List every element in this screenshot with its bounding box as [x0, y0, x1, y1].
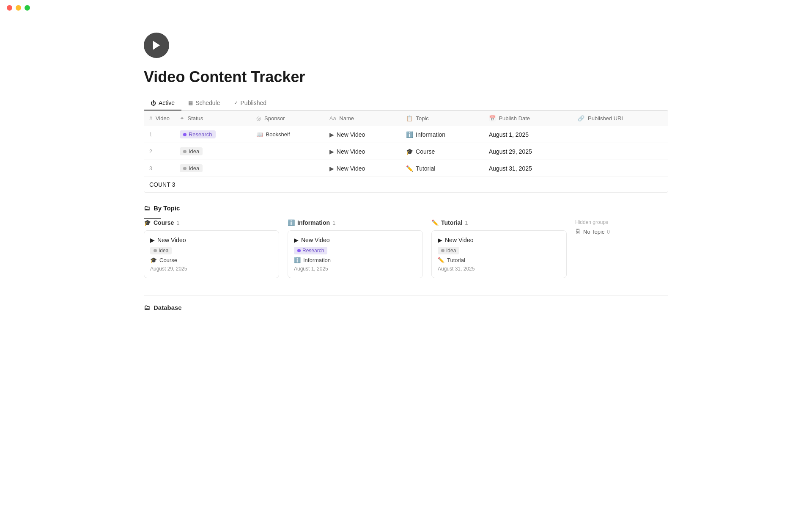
- tab-schedule[interactable]: ▦ Schedule: [181, 96, 227, 110]
- col-published-url: 🔗 Published URL: [573, 111, 668, 126]
- column-header-tutorial: ✏️ Tutorial 1: [431, 219, 567, 226]
- card-status-badge: Idea: [438, 247, 459, 254]
- schedule-tab-icon: ▦: [188, 100, 193, 106]
- table-row: 1 Research 📖 Bookshelf: [144, 126, 668, 143]
- play-circle-icon: ▶: [329, 148, 334, 155]
- card-play-icon: ▶: [294, 237, 299, 243]
- sparkle-icon: ✦: [180, 115, 184, 121]
- row-number: 1: [144, 126, 175, 143]
- topic-cell: 🎓 Course: [401, 143, 484, 160]
- play-icon: [151, 39, 162, 51]
- main-content: Video Content Tracker ⏻ Active ▦ Schedul…: [110, 16, 702, 337]
- close-button[interactable]: [7, 5, 12, 11]
- no-topic-icon: 🗄: [575, 229, 581, 235]
- card-play-icon: ▶: [150, 237, 155, 243]
- dot-icon: [183, 167, 187, 170]
- col-topic: 📋 Topic: [401, 111, 484, 126]
- published-tab-label: Published: [241, 99, 267, 106]
- active-tab-icon: ⏻: [151, 100, 156, 106]
- col-video: # Video: [144, 111, 175, 126]
- col-sponsor: ◎ Sponsor: [251, 111, 324, 126]
- tab-bar: ⏻ Active ▦ Schedule ✓ Published: [144, 96, 668, 110]
- text-icon: Aa: [329, 115, 336, 121]
- row-number: 3: [144, 160, 175, 177]
- count-row: COUNT 3: [144, 177, 668, 193]
- calendar-icon: 📅: [489, 115, 496, 121]
- kanban-card[interactable]: ▶ New Video Idea 🎓 Course August 29, 202…: [144, 230, 279, 278]
- info-col-icon: ℹ️: [288, 219, 295, 226]
- card-video-name: ▶ New Video: [438, 237, 560, 243]
- topic-value: 🎓 Course: [406, 148, 479, 155]
- database-section: 🗂 Database: [144, 295, 668, 311]
- hidden-group-item: 🗄 No Topic 0: [575, 229, 668, 235]
- page-title: Video Content Tracker: [144, 68, 668, 86]
- status-cell: Research: [175, 126, 252, 143]
- url-cell: [573, 126, 668, 143]
- card-topic-icon: ✏️: [438, 257, 444, 263]
- published-tab-icon: ✓: [234, 100, 238, 106]
- url-cell: [573, 160, 668, 177]
- topic-cell: ✏️ Tutorial: [401, 160, 484, 177]
- maximize-button[interactable]: [25, 5, 30, 11]
- kanban-card[interactable]: ▶ New Video Idea ✏️ Tutorial August 31, …: [431, 230, 567, 278]
- minimize-button[interactable]: [16, 5, 21, 11]
- tab-active[interactable]: ⏻ Active: [144, 96, 181, 110]
- dot-icon: [154, 249, 157, 252]
- sponsor-cell: [251, 143, 324, 160]
- publish-date-cell: August 31, 2025: [484, 160, 573, 177]
- status-badge: Idea: [180, 147, 203, 155]
- stack-icon: 🗂: [144, 204, 150, 212]
- card-play-icon: ▶: [438, 237, 442, 243]
- card-date: August 31, 2025: [438, 266, 560, 272]
- count-cell: COUNT 3: [144, 177, 668, 193]
- svg-marker-0: [153, 41, 160, 50]
- column-header-course: 🎓 Course 1: [144, 219, 279, 226]
- topic-value: ✏️ Tutorial: [406, 165, 479, 172]
- sponsor-icon: ◎: [256, 115, 261, 121]
- play-circle-icon: ▶: [329, 131, 334, 138]
- hash-icon: #: [149, 115, 152, 121]
- card-topic: 🎓 Course: [150, 257, 273, 263]
- status-badge: Idea: [180, 164, 203, 172]
- row-number: 2: [144, 143, 175, 160]
- card-topic: ✏️ Tutorial: [438, 257, 560, 263]
- dot-icon: [297, 249, 301, 252]
- database-header: 🗂 Database: [144, 304, 668, 311]
- status-cell: Idea: [175, 143, 252, 160]
- card-topic: ℹ️ Information: [294, 257, 417, 263]
- col-status: ✦ Status: [175, 111, 252, 126]
- kanban-column-information: ℹ️ Information 1 ▶ New Video Research ℹ️: [288, 219, 423, 282]
- tutorial-col-icon: ✏️: [431, 219, 439, 226]
- kanban-card[interactable]: ▶ New Video Research ℹ️ Information Augu…: [288, 230, 423, 278]
- card-video-name: ▶ New Video: [150, 237, 273, 243]
- column-header-information: ℹ️ Information 1: [288, 219, 423, 226]
- table-header-row: # Video ✦ Status ◎ Sponsor Aa Name: [144, 111, 668, 126]
- active-table: # Video ✦ Status ◎ Sponsor Aa Name: [144, 110, 668, 193]
- status-cell: Idea: [175, 160, 252, 177]
- dot-icon: [183, 133, 187, 136]
- by-topic-header: 🗂 By Topic: [144, 204, 668, 212]
- dot-icon: [183, 150, 187, 153]
- card-date: August 1, 2025: [294, 266, 417, 272]
- name-cell: ▶ New Video: [324, 126, 401, 143]
- database-icon: 🗂: [144, 304, 150, 311]
- video-name-value: ▶ New Video: [329, 148, 396, 155]
- hidden-groups-column: Hidden groups 🗄 No Topic 0: [575, 219, 668, 235]
- table-row: 2 Idea ▶ New Video: [144, 143, 668, 160]
- sponsor-value: 📖 Bookshelf: [256, 131, 319, 138]
- publish-date-cell: August 1, 2025: [484, 126, 573, 143]
- kanban-board: 🎓 Course 1 ▶ New Video Idea 🎓 Course: [144, 219, 668, 282]
- schedule-tab-label: Schedule: [195, 99, 220, 106]
- video-name-value: ▶ New Video: [329, 131, 396, 138]
- dot-icon: [441, 249, 444, 252]
- tab-published[interactable]: ✓ Published: [227, 96, 274, 110]
- topic-value: ℹ️ Information: [406, 131, 479, 138]
- col-publish-date: 📅 Publish Date: [484, 111, 573, 126]
- page-icon: [144, 33, 169, 58]
- name-cell: ▶ New Video: [324, 143, 401, 160]
- course-icon: 🎓: [406, 148, 413, 155]
- table-row: 3 Idea ▶ New Video: [144, 160, 668, 177]
- sponsor-cell: 📖 Bookshelf: [251, 126, 324, 143]
- topic-col-icon: 📋: [406, 115, 413, 121]
- card-topic-icon: 🎓: [150, 257, 157, 263]
